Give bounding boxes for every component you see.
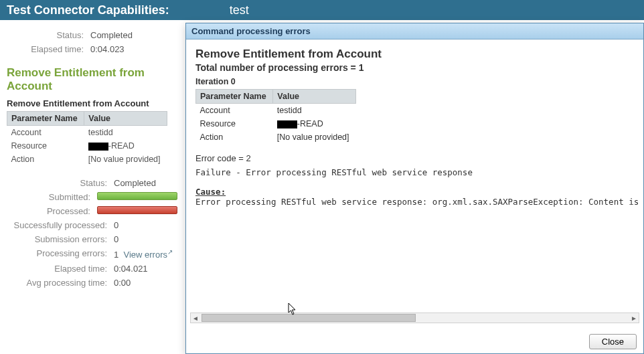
param-table: Parameter Name Value Account testidd Res… [7,111,167,166]
stats-elapsed-label: Elapsed time: [7,264,114,274]
status-label: Status: [7,30,90,40]
view-errors-link[interactable]: View errors↗ [123,250,173,260]
elapsed-label: Elapsed time: [7,44,90,54]
table-row: Resource -READ [7,139,167,153]
cause-label: Cause: [195,187,634,197]
success-value: 0 [114,220,118,230]
avg-label: Avg processing time: [7,278,114,288]
stats-status-label: Status: [7,178,114,188]
elapsed-value: 0:04.023 [90,44,125,54]
processed-bar [97,206,177,214]
dialog-h2: Total number of processing errors = 1 [195,62,634,73]
close-button[interactable]: Close [589,334,637,349]
errors-dialog: Command processing errors Remove Entitle… [185,23,644,354]
suberr-value: 0 [114,234,118,244]
stats-elapsed-value: 0:04.021 [114,264,148,274]
scroll-right-icon[interactable]: ► [629,315,639,322]
processed-label: Processed: [7,206,97,216]
scroll-thumb[interactable] [202,314,416,322]
status-value: Completed [90,30,133,40]
procerr-value: 1 [114,250,118,260]
procerr-label: Processing errors: [7,248,114,260]
subsection-title: Remove Entitlement from Account [7,98,177,108]
section-title: Remove Entitlement from Account [7,66,177,93]
suberr-label: Submission errors: [7,234,114,244]
app-header: Test Connector Capabilities: test [0,0,644,20]
table-row: Resource -READ [196,117,356,130]
submitted-bar [97,192,177,200]
scroll-left-icon[interactable]: ◄ [191,315,200,322]
col-param: Parameter Name [7,112,84,126]
table-row: Account testidd [196,104,356,118]
horizontal-scrollbar[interactable]: ◄ ► [190,313,639,323]
redacted-block [277,120,297,128]
left-panel: Status: Completed Elapsed time: 0:04.023… [0,20,184,292]
dialog-h1: Remove Entitlement from Account [195,48,634,61]
dialog-param-table: Parameter Name Value Account testidd Res… [195,89,356,144]
header-subject: test [230,3,249,17]
failure-message: Failure - Error processing RESTful web s… [195,167,634,177]
table-row: Account testidd [7,126,167,140]
stats-status-value: Completed [114,178,156,188]
avg-value: 0:00 [114,278,131,288]
dialog-h3: Iteration 0 [195,77,634,86]
error-code: Error code = 2 [195,153,634,163]
submitted-label: Submitted: [7,192,97,202]
dialog-title: Command processing errors [186,23,643,39]
col-value: Value [84,112,167,126]
table-row: Action [No value provided] [196,130,356,144]
table-row: Action [No value provided] [7,153,167,166]
success-label: Successfully processed: [7,220,114,230]
cause-text: Error processing RESTful web service res… [195,197,634,207]
header-title: Test Connector Capabilities: [7,3,169,17]
redacted-block [88,143,108,151]
